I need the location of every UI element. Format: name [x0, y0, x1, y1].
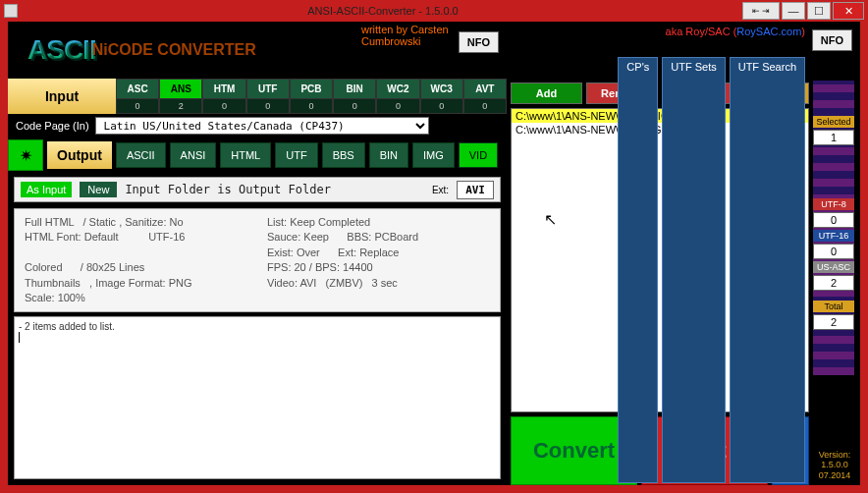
- ext-value[interactable]: AVI: [457, 181, 494, 199]
- codepage-label: Code Page (In): [16, 120, 89, 132]
- input-format-utf[interactable]: UTF: [247, 80, 289, 99]
- input-format-count-asc: 0: [117, 99, 158, 113]
- logo-sub: NiCODE CONVERTER: [92, 41, 256, 59]
- settings-left: Full HTML / Static , Sanitize: No HTML F…: [25, 215, 247, 305]
- logo-main: ASCII: [8, 34, 96, 66]
- new-folder-button[interactable]: New: [80, 182, 117, 197]
- output-folder-path: Input Folder is Output Folder: [125, 183, 424, 196]
- output-format-ansi[interactable]: ANSI: [170, 142, 217, 168]
- credits-alias: aka Roy/SAC (RoySAC.com): [666, 26, 805, 37]
- as-input-button[interactable]: As Input: [21, 182, 72, 197]
- input-format-bin[interactable]: BIN: [334, 80, 375, 99]
- output-format-bbs[interactable]: BBS: [322, 142, 365, 168]
- settings-summary: Full HTML / Static , Sanitize: No HTML F…: [14, 208, 501, 312]
- maximize-button[interactable]: ☐: [807, 2, 831, 20]
- topbtn-utfsearch[interactable]: UTF Search: [730, 57, 805, 483]
- input-format-count-ans: 2: [160, 99, 201, 113]
- output-label: Output: [47, 141, 112, 169]
- utf8-count: 0: [813, 212, 854, 228]
- input-format-wc2[interactable]: WC2: [377, 80, 418, 99]
- output-settings-button[interactable]: ✷: [8, 139, 43, 171]
- utf16-count: 0: [813, 244, 854, 259]
- input-format-asc[interactable]: ASC: [117, 80, 158, 99]
- settings-right: List: Keep Completed Sauce: Keep BBS: PC…: [267, 215, 490, 305]
- input-label: Input: [8, 79, 116, 114]
- window-titlebar: ANSI-ASCII-Converter - 1.5.0.0 ⇤ ⇥ — ☐ ✕: [0, 0, 868, 22]
- ext-label: Ext:: [432, 185, 449, 195]
- close-button[interactable]: ✕: [833, 2, 864, 20]
- input-format-count-wc3: 0: [421, 99, 462, 113]
- output-format-bin[interactable]: BIN: [369, 142, 408, 168]
- log-output: - 2 items added to list.: [14, 316, 501, 479]
- topbtn-utfsets[interactable]: UTF Sets: [662, 57, 725, 483]
- selected-count: 1: [813, 130, 854, 145]
- output-format-img[interactable]: IMG: [412, 142, 455, 168]
- total-label: Total: [813, 301, 854, 312]
- output-format-ascii[interactable]: ASCII: [116, 142, 166, 168]
- minimize-button[interactable]: —: [782, 2, 805, 20]
- output-format-vid[interactable]: VID: [459, 142, 498, 168]
- nfo-button-right[interactable]: NFO: [812, 29, 852, 51]
- version-info: Version: 1.5.0.0 07.2014: [813, 450, 856, 481]
- usasc-count: 2: [813, 275, 854, 291]
- nfo-button[interactable]: NFO: [459, 31, 499, 53]
- usasc-label: US-ASC: [813, 261, 854, 273]
- app-icon: [4, 4, 18, 18]
- homepage-link[interactable]: RoySAC.com: [736, 26, 801, 37]
- input-format-htm[interactable]: HTM: [203, 80, 244, 99]
- input-format-count-bin: 0: [334, 99, 375, 113]
- output-format-utf[interactable]: UTF: [275, 142, 317, 168]
- input-format-count-wc2: 0: [377, 99, 418, 113]
- win-extra-button[interactable]: ⇤ ⇥: [742, 2, 780, 20]
- utf8-label: UTF-8: [813, 198, 854, 210]
- input-format-pcb[interactable]: PCB: [291, 80, 332, 99]
- app-header: ASCII NiCODE CONVERTER written by Carste…: [8, 22, 507, 79]
- codepage-select[interactable]: Latin US/United States/Canada (CP437): [95, 117, 429, 135]
- input-format-wc3[interactable]: WC3: [421, 80, 462, 99]
- total-count: 2: [813, 314, 854, 330]
- input-format-ans[interactable]: ANS: [160, 80, 201, 99]
- input-format-avt[interactable]: AVT: [464, 80, 506, 99]
- topbtn-cps[interactable]: CP's: [618, 57, 658, 483]
- add-button[interactable]: Add: [511, 82, 582, 104]
- window-title: ANSI-ASCII-Converter - 1.5.0.0: [24, 5, 742, 17]
- input-format-count-pcb: 0: [291, 99, 332, 113]
- input-format-count-avt: 0: [464, 99, 506, 113]
- selected-label: Selected: [813, 116, 854, 128]
- input-format-count-htm: 0: [203, 99, 244, 113]
- output-format-html[interactable]: HTML: [220, 142, 271, 168]
- utf16-label: UTF-16: [813, 230, 854, 242]
- input-format-count-utf: 0: [247, 99, 289, 113]
